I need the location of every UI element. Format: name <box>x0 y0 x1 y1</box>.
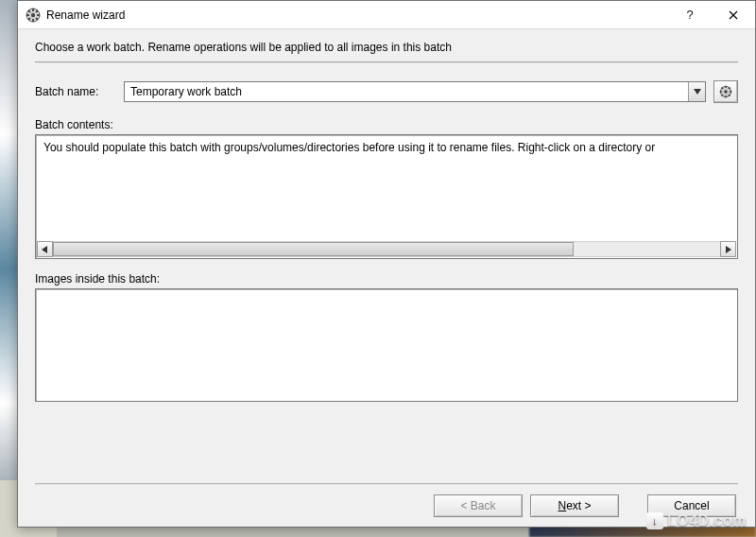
client-area: Choose a work batch. Rename operations w… <box>18 29 755 527</box>
watermark: ↓ LO4D.com <box>646 512 747 529</box>
scroll-right-button[interactable] <box>720 241 736 257</box>
batch-contents-listbox[interactable]: You should populate this batch with grou… <box>35 134 738 259</box>
divider <box>35 61 738 63</box>
batch-settings-button[interactable] <box>713 80 738 103</box>
wizard-buttons: < Back Next > Cancel <box>35 494 738 517</box>
svg-line-16 <box>721 87 723 89</box>
next-button[interactable]: Next > <box>530 494 619 517</box>
horizontal-scrollbar[interactable] <box>37 241 736 257</box>
svg-line-7 <box>36 18 38 20</box>
app-icon <box>26 8 41 23</box>
titlebar: Rename wizard ? <box>18 1 755 29</box>
batch-contents-label: Batch contents: <box>35 118 738 131</box>
svg-line-6 <box>28 10 30 12</box>
batch-name-value: Temporary work batch <box>125 82 688 101</box>
close-button[interactable] <box>712 1 755 29</box>
batch-name-dropdown[interactable]: Temporary work batch <box>124 81 706 102</box>
batch-name-row: Batch name: Temporary work batch <box>35 80 738 103</box>
window-title: Rename wizard <box>46 9 668 22</box>
images-content <box>36 289 737 301</box>
chevron-down-icon[interactable] <box>688 82 705 101</box>
instruction-text: Choose a work batch. Rename operations w… <box>35 41 738 54</box>
help-button[interactable]: ? <box>668 1 712 29</box>
batch-contents-text: You should populate this batch with grou… <box>36 135 737 160</box>
rename-wizard-window: Rename wizard ? Choose a work batch. Ren… <box>17 0 756 528</box>
batch-name-label: Batch name: <box>35 85 116 98</box>
images-listbox[interactable] <box>35 288 738 402</box>
svg-line-18 <box>721 95 723 96</box>
scroll-track[interactable] <box>53 241 720 257</box>
watermark-icon: ↓ <box>646 512 663 529</box>
watermark-text: LO4D.com <box>667 512 747 529</box>
svg-point-1 <box>31 12 35 16</box>
svg-point-11 <box>724 90 728 94</box>
images-inside-label: Images inside this batch: <box>35 272 738 286</box>
scroll-left-button[interactable] <box>37 241 53 257</box>
svg-line-17 <box>729 95 730 96</box>
svg-line-9 <box>36 10 38 12</box>
gear-icon <box>719 85 732 98</box>
scroll-thumb[interactable] <box>53 242 574 256</box>
svg-line-8 <box>28 18 30 20</box>
svg-line-19 <box>729 87 730 89</box>
back-button[interactable]: < Back <box>434 494 523 517</box>
footer-divider <box>35 483 738 485</box>
